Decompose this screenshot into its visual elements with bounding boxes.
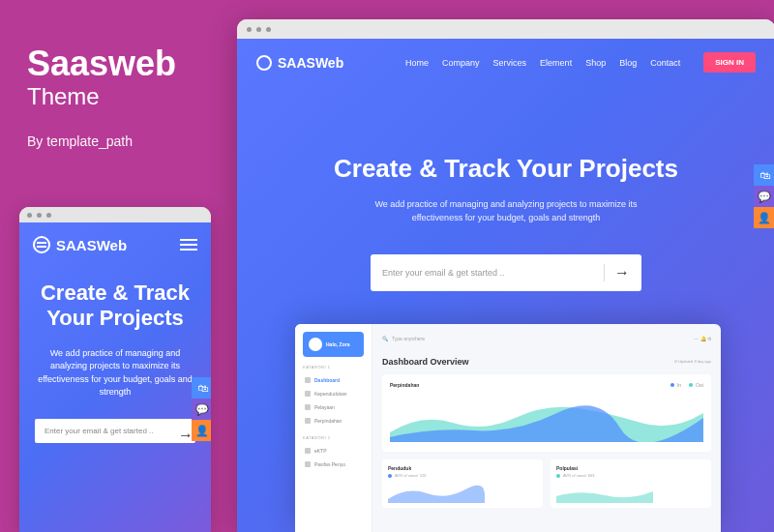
chat-tab[interactable]: 💬 <box>754 186 774 207</box>
submit-arrow-icon[interactable]: → <box>604 264 630 281</box>
hero-title: Create & Track Your Projects <box>276 154 736 184</box>
sidebar-item[interactable]: Perpindahan <box>303 414 364 428</box>
user-tab[interactable]: 👤 <box>192 420 211 441</box>
hero-title: Create & Track Your Projects <box>29 281 201 332</box>
email-placeholder: Enter your email & get started .. <box>382 268 505 278</box>
window-chrome <box>19 207 211 222</box>
top-icons[interactable]: ⋯ 🔔 ⚙ <box>694 336 711 341</box>
menu-icon[interactable] <box>180 239 197 251</box>
user-icon: 👤 <box>758 212 771 224</box>
dashboard-title: Dashboard Overview <box>382 357 711 367</box>
submit-arrow-icon[interactable]: → <box>178 427 186 434</box>
search-icon: 🔍 <box>382 336 388 341</box>
chat-icon: 💬 <box>195 403 209 416</box>
dot-icon <box>305 391 311 397</box>
chat-icon: 💬 <box>758 191 771 203</box>
search-input[interactable]: 🔍 Type anywhere <box>382 336 425 341</box>
nav-contact[interactable]: Contact <box>650 58 680 68</box>
chart-title: Penduduk <box>388 465 537 471</box>
legend-item: In <box>670 382 681 388</box>
nav-element[interactable]: Element <box>540 58 572 68</box>
nav-home[interactable]: Home <box>405 58 429 68</box>
mobile-mockup: SAASWeb Create & Track Your Projects We … <box>19 207 211 532</box>
nav-shop[interactable]: Shop <box>585 58 606 68</box>
theme-byline: By template_path <box>27 133 221 149</box>
sidebar-section: KATAGORI 2 <box>303 435 364 440</box>
avatar <box>309 338 322 351</box>
chart-title: Polpulasi <box>556 465 705 471</box>
email-input[interactable]: Enter your email & get started .. → <box>35 419 195 443</box>
sidebar-item[interactable]: Kependudukan <box>303 387 364 400</box>
cart-tab[interactable]: 🛍 <box>754 164 774 186</box>
sidebar-item[interactable]: Pasifas Penyo <box>303 458 364 471</box>
chat-tab[interactable]: 💬 <box>192 399 211 420</box>
nav-services[interactable]: Services <box>493 58 527 68</box>
user-badge[interactable]: Halo, Zora <box>303 332 364 357</box>
legend-item: Out <box>689 382 703 388</box>
theme-subtitle: Theme <box>27 83 221 110</box>
user-tab[interactable]: 👤 <box>754 207 774 228</box>
grid-icon <box>305 377 311 383</box>
bag-icon: 🛍 <box>197 382 208 394</box>
nav-blog[interactable]: Blog <box>619 58 637 68</box>
email-input[interactable]: Enter your email & get started .. → <box>371 254 641 291</box>
desktop-mockup: SAASWeb Home Company Services Element Sh… <box>237 19 774 532</box>
hero-desc: We add practice of managing and analyzin… <box>29 347 201 399</box>
dot-icon <box>305 461 311 467</box>
logo-icon <box>33 236 50 253</box>
small-chart-polpulasi: Polpulasi AVG of stand: 663 <box>551 459 711 508</box>
dot-icon <box>305 418 311 424</box>
email-placeholder: Enter your email & get started .. <box>45 427 154 435</box>
sidebar-item-dashboard[interactable]: Dashboard <box>303 373 364 387</box>
theme-title: Saasweb <box>27 46 221 81</box>
dashboard-preview: Halo, Zora KATAGORI 1 Dashboard Kependud… <box>295 324 721 532</box>
logo-icon <box>256 55 272 71</box>
user-greeting: Halo, Zora <box>326 341 349 347</box>
hero-desc: We add practice of managing and analyzin… <box>351 197 661 225</box>
user-icon: 👤 <box>195 425 209 437</box>
chart-title: Perpindahan <box>390 382 419 388</box>
dot-icon <box>305 448 311 454</box>
brand-logo[interactable]: SAASWeb <box>256 55 343 71</box>
main-chart: Perpindahan In Out <box>382 374 711 452</box>
sidebar-section: KATAGORI 1 <box>303 365 364 369</box>
small-chart-penduduk: Penduduk AVG of stand: 526 <box>382 459 543 508</box>
cart-tab[interactable]: 🛍 <box>192 377 211 399</box>
brand-logo[interactable]: SAASWeb <box>33 236 127 253</box>
nav-company[interactable]: Company <box>442 58 480 68</box>
brand-name: SAASWeb <box>56 237 127 253</box>
dot-icon <box>305 404 311 410</box>
sidebar-item[interactable]: eKTP <box>303 444 364 458</box>
signin-button[interactable]: SIGN IN <box>703 52 756 73</box>
bag-icon: 🛍 <box>759 169 770 181</box>
updated-label: ⟳ Updated 3 day ago <box>674 359 711 364</box>
window-chrome <box>237 19 774 39</box>
brand-name: SAASWeb <box>278 55 343 71</box>
sidebar-item[interactable]: Pelayaan <box>303 400 364 414</box>
